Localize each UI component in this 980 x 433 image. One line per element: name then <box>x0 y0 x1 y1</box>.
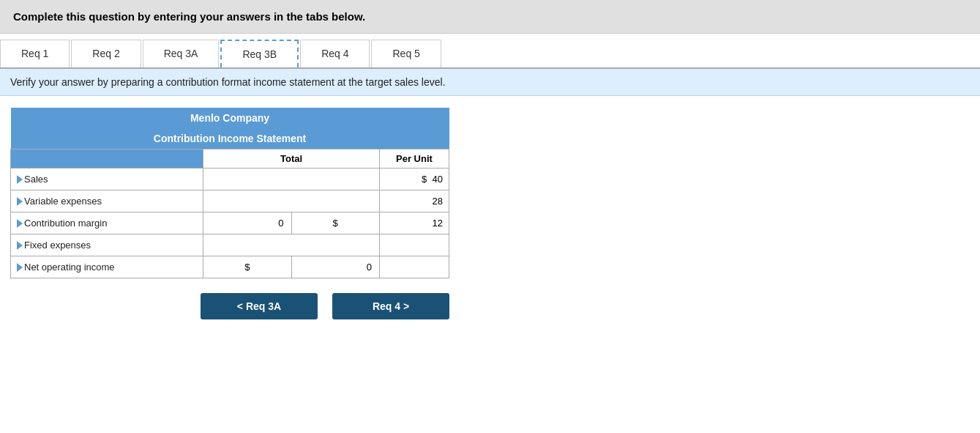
col-label-per-unit: Per Unit <box>379 149 449 169</box>
label-contribution-margin: Contribution margin <box>11 212 203 234</box>
verify-bar: Verify your answer by preparing a contri… <box>0 69 980 96</box>
fixed-per-unit-cell <box>379 234 449 256</box>
prev-button[interactable]: < Req 3A <box>201 293 318 319</box>
label-variable-expenses: Variable expenses <box>11 190 203 212</box>
sales-per-unit-cell: $ 40 <box>379 169 449 190</box>
label-sales: Sales <box>11 169 203 190</box>
tri-variable <box>17 197 23 206</box>
sales-total-input[interactable] <box>206 171 376 188</box>
instruction-text: Complete this question by entering your … <box>13 10 365 23</box>
table-row-fixed-expenses: Fixed expenses <box>11 234 449 256</box>
company-name: Menlo Company <box>11 108 449 128</box>
tab-req3b[interactable]: Req 3B <box>220 40 299 67</box>
net-per-unit-cell <box>379 256 449 278</box>
contribution-total-input[interactable] <box>206 215 288 232</box>
col-headers-row: Total Per Unit <box>11 149 449 169</box>
sales-total-input-cell[interactable] <box>203 169 380 190</box>
variable-total-input[interactable] <box>206 193 376 210</box>
statement-title: Contribution Income Statement <box>11 128 449 149</box>
main-content: Menlo Company Contribution Income Statem… <box>0 96 980 331</box>
tri-contribution <box>17 219 23 228</box>
instruction-bar: Complete this question by entering your … <box>0 0 980 34</box>
table-row-variable-expenses: Variable expenses 28 <box>11 190 449 212</box>
fixed-total-input[interactable] <box>206 237 376 253</box>
tabs-row: Req 1 Req 2 Req 3A Req 3B Req 4 Req 5 <box>0 34 980 69</box>
tab-req5[interactable]: Req 5 <box>371 40 441 67</box>
tab-req1[interactable]: Req 1 <box>0 40 70 67</box>
net-total-input[interactable] <box>295 259 376 275</box>
col-label-total: Total <box>203 149 380 169</box>
table-row-net-operating-income: Net operating income $ <box>11 256 449 278</box>
buttons-row: < Req 3A Req 4 > <box>10 293 970 319</box>
label-net-operating-income: Net operating income <box>11 256 203 278</box>
next-button[interactable]: Req 4 > <box>332 293 449 319</box>
tab-req3a[interactable]: Req 3A <box>143 40 220 67</box>
contribution-per-unit-cell: 12 <box>379 212 449 234</box>
variable-per-unit-cell: 28 <box>379 190 449 212</box>
tri-net <box>17 263 23 272</box>
col-label-name <box>11 149 203 169</box>
company-name-row: Menlo Company <box>11 108 449 128</box>
table-row-contribution-margin: Contribution margin $ 12 <box>11 212 449 234</box>
net-currency-cell: $ <box>203 256 291 278</box>
contribution-currency-cell: $ <box>291 212 379 234</box>
contribution-total-input-cell[interactable] <box>203 212 291 234</box>
statement-title-row: Contribution Income Statement <box>11 128 449 149</box>
net-total-input-cell[interactable] <box>291 256 379 278</box>
tab-req4[interactable]: Req 4 <box>300 40 370 67</box>
table-row-sales: Sales $ 40 <box>11 169 449 190</box>
variable-total-input-cell[interactable] <box>203 190 380 212</box>
fixed-total-input-cell[interactable] <box>203 234 380 256</box>
tab-req2[interactable]: Req 2 <box>71 40 141 67</box>
tri-fixed <box>17 241 23 250</box>
label-fixed-expenses: Fixed expenses <box>11 234 203 256</box>
statement-table: Menlo Company Contribution Income Statem… <box>10 108 449 278</box>
tri-sales <box>17 175 23 184</box>
